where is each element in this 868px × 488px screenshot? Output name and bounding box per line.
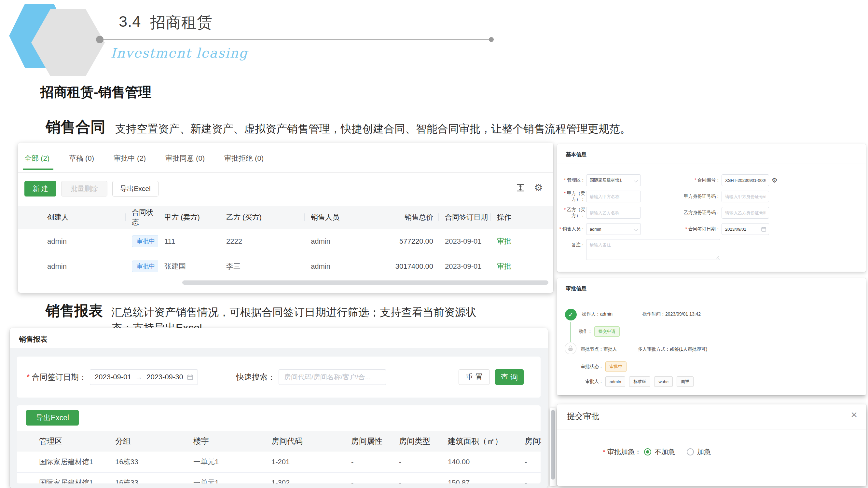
row2-sales: admin [304, 262, 364, 271]
column-settings-gear-icon[interactable]: ⚙ [534, 183, 543, 193]
tab-approving[interactable]: 审批中 (2) [114, 154, 146, 170]
col-creator: 创建人 [41, 213, 125, 222]
col-sales: 销售人员 [304, 213, 364, 222]
feature-title-sales-contract: 销售合同 [45, 117, 105, 137]
col-party-a: 甲方 (卖方) [158, 213, 220, 222]
row-height-icon[interactable] [516, 183, 525, 192]
report-row-1[interactable]: 国际家居建材馆1 16栋33 一单元1 1-201 - - 140.00 - [17, 452, 540, 473]
date-to: 2023-09-30 [147, 373, 183, 381]
row1-approve-link[interactable]: 审批 [497, 237, 511, 245]
line-dot-right [489, 37, 494, 42]
section-title: 3.4 招商租赁 [119, 12, 213, 33]
section-number: 3.4 [119, 12, 141, 33]
calendar-icon [187, 374, 193, 380]
row2-status-badge: 审批中 [132, 261, 158, 272]
contract-row-2[interactable]: admin 审批中 张建国 李三 admin 3017400.00 2023-0… [18, 254, 553, 279]
report-table-card: 导出Excel 管理区 分组 楼宇 房间代码 房间属性 房间类型 建筑面积（㎡）… [17, 405, 540, 483]
scrollbar-thumb[interactable] [551, 410, 555, 480]
rcol-area: 建筑面积（㎡） [443, 436, 520, 446]
tab-all[interactable]: 全部 (2) [24, 154, 50, 170]
radio-not-urgent[interactable] [644, 448, 651, 455]
op-time-value: 2023/09/01 13:42 [665, 311, 701, 317]
party-a-label: 甲方（卖方）： [557, 191, 585, 202]
quick-search-input[interactable] [279, 369, 386, 385]
chevron-down-icon [634, 227, 638, 231]
rcol-room-code: 房间代码 [266, 436, 346, 446]
approver-tag: 周祥 [677, 377, 693, 387]
col-status: 合同状态 [125, 207, 158, 227]
feature-title-sales-report: 销售报表 [45, 301, 103, 321]
check-circle-icon: ✓ [565, 309, 577, 321]
report-table-header: 管理区 分组 楼宇 房间代码 房间属性 房间类型 建筑面积（㎡） 房间状态 [17, 431, 540, 452]
reset-button[interactable]: 重 置 [459, 369, 490, 385]
salesperson-label: 销售人员： [557, 226, 585, 232]
contract-no-input[interactable] [721, 174, 769, 186]
multi-mode-label: 多人审批方式： [638, 347, 670, 352]
party-b-input[interactable] [586, 207, 641, 219]
row1-party-b: 2222 [220, 237, 304, 246]
tabs-divider [18, 172, 553, 173]
contract-row-1[interactable]: admin 审批中 111 2222 admin 577220.00 2023-… [18, 229, 553, 254]
tab-rejected[interactable]: 审批拒绝 (0) [224, 154, 264, 170]
timeline-connector [570, 322, 571, 342]
remark-label: 备注： [557, 242, 585, 248]
section-name: 招商租赁 [150, 12, 213, 33]
resize-handle-icon[interactable] [716, 256, 719, 259]
row1-party-a: 111 [158, 237, 220, 246]
row2-approve-link[interactable]: 审批 [497, 262, 511, 270]
rcol-group: 分组 [110, 436, 188, 446]
contract-table-header: 创建人 合同状态 甲方 (卖方) 乙方 (买方) 销售人员 销售总价 合同签订日… [18, 206, 553, 229]
row2-party-a: 张建国 [158, 262, 220, 271]
radio-urgent[interactable] [687, 448, 694, 455]
party-b-id-input[interactable] [721, 207, 769, 219]
export-excel-button[interactable]: 导出Excel [112, 181, 158, 196]
report-date-label: 合同签订日期： [27, 372, 87, 382]
salesperson-select[interactable]: admin [586, 223, 641, 235]
rcol-building: 楼宇 [188, 436, 266, 446]
remark-textarea[interactable] [586, 239, 720, 260]
party-a-id-input[interactable] [721, 191, 769, 202]
radio-not-urgent-label[interactable]: 不加急 [654, 447, 675, 456]
party-a-input[interactable] [586, 191, 641, 202]
operator-label: 操作人： [582, 311, 600, 317]
node-label: 审批节点： [581, 347, 603, 352]
urgent-radio-group: 审批加急： 不加急 加急 [603, 447, 722, 456]
sign-date-label: 合同签订日期： [680, 226, 720, 232]
query-button[interactable]: 查 询 [495, 369, 524, 385]
date-from: 2023-09-01 [95, 373, 131, 381]
section-subtitle: Investment leasing [111, 45, 248, 61]
region-select[interactable]: 国际家居建材馆1 [586, 174, 641, 186]
slide-canvas: 3.4 招商租赁 Investment leasing 招商租赁-销售管理 销售… [0, 0, 868, 488]
report-filter-card: 合同签订日期： 2023-09-01 → 2023-09-30 快速搜索： [17, 357, 540, 397]
radio-urgent-label[interactable]: 加急 [697, 447, 711, 456]
batch-delete-button[interactable]: 批量删除 [61, 181, 107, 196]
line-dot-left [96, 36, 103, 43]
party-b-label: 乙方（买方）： [557, 207, 585, 219]
stamp-circle-icon [565, 343, 577, 354]
region-label: 管理区： [557, 177, 585, 183]
tab-approved[interactable]: 审批同意 (0) [165, 154, 205, 170]
col-date: 合同签订日期 [438, 213, 491, 222]
tab-draft[interactable]: 草稿 (0) [69, 154, 94, 170]
party-b-id-label: 乙方身份证号码： [680, 210, 720, 216]
row1-total: 577220.00 [364, 237, 438, 246]
sales-report-panel: 销售报表 合同签订日期： 2023-09-01 → 2023-09-30 [10, 328, 548, 488]
sign-date-input[interactable]: 2023/09/01 [721, 223, 769, 235]
horizontal-scrollbar-thumb[interactable] [182, 281, 549, 285]
contract-no-label: 合同编号： [689, 177, 720, 183]
report-row-2[interactable]: 国际家居建材馆1 16栋33 一单元1 1-302 - - 150.87 - [17, 473, 540, 483]
rcol-region: 管理区 [17, 436, 110, 446]
approval-info-panel: 审批信息 ✓ 操作人：admin 操作时间：2023/09/01 13:42 动… [557, 278, 866, 395]
date-range-picker[interactable]: 2023-09-01 → 2023-09-30 [90, 369, 198, 385]
dialog-title: 提交审批 [567, 411, 599, 422]
contract-no-gear-icon[interactable]: ⚙ [772, 177, 777, 184]
page-vertical-scrollbar[interactable] [550, 408, 556, 486]
row1-sales: admin [304, 237, 364, 246]
col-action: 操作 [491, 213, 553, 222]
report-export-excel-button[interactable]: 导出Excel [26, 410, 79, 426]
create-button[interactable]: 新 建 [24, 181, 56, 196]
op-time-label: 操作时间： [643, 311, 665, 317]
close-icon[interactable]: × [851, 409, 857, 420]
approvers-label: 审批人： [585, 379, 603, 385]
approval-info-title: 审批信息 [566, 285, 587, 292]
